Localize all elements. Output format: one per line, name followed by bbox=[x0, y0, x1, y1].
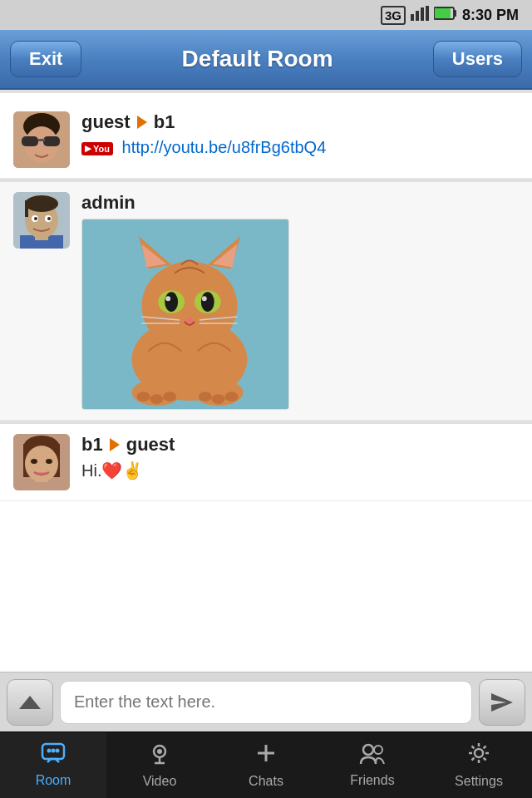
svg-marker-57 bbox=[19, 696, 41, 709]
svg-point-43 bbox=[137, 392, 150, 401]
svg-point-69 bbox=[374, 746, 382, 754]
signal-icon bbox=[411, 6, 429, 25]
video-icon bbox=[148, 741, 171, 771]
svg-point-63 bbox=[157, 749, 162, 754]
friends-icon bbox=[359, 742, 386, 770]
svg-rect-11 bbox=[43, 136, 60, 146]
svg-point-47 bbox=[212, 394, 225, 404]
svg-point-70 bbox=[475, 749, 483, 757]
svg-point-59 bbox=[47, 749, 52, 753]
send-button[interactable] bbox=[479, 679, 525, 726]
svg-point-44 bbox=[150, 394, 163, 404]
svg-point-32 bbox=[165, 292, 178, 312]
avatar-guest bbox=[13, 111, 70, 168]
sender-name: guest bbox=[81, 111, 131, 133]
svg-point-68 bbox=[363, 745, 373, 755]
exit-button[interactable]: Exit bbox=[10, 41, 81, 77]
message-content-b1: b1 guest Hi.❤️✌️ bbox=[81, 434, 519, 480]
svg-rect-12 bbox=[38, 139, 45, 141]
recipient-name: b1 bbox=[154, 111, 175, 133]
header: Exit Default Room Users bbox=[0, 30, 532, 90]
message-row: admin bbox=[0, 182, 532, 421]
nav-chats[interactable]: Chats bbox=[213, 732, 319, 798]
nav-friends-label: Friends bbox=[350, 773, 394, 788]
arrow-icon-b1 bbox=[110, 438, 120, 451]
message-text-b1: Hi.❤️✌️ bbox=[81, 461, 143, 480]
room-title: Default Room bbox=[182, 46, 333, 72]
chat-area[interactable]: guest b1 You http://youtu.be/u8frBg6tbQ4 bbox=[0, 93, 532, 672]
recipient-name-b1: guest bbox=[126, 434, 175, 456]
message-row: b1 guest Hi.❤️✌️ bbox=[0, 424, 532, 501]
nav-video-label: Video bbox=[143, 774, 177, 789]
arrow-icon bbox=[137, 116, 147, 129]
youtube-link[interactable]: http://youtu.be/u8frBg6tbQ4 bbox=[122, 138, 327, 156]
expand-button[interactable] bbox=[7, 679, 53, 726]
message-body: You http://youtu.be/u8frBg6tbQ4 bbox=[81, 138, 519, 157]
text-input[interactable] bbox=[60, 681, 472, 724]
svg-point-17 bbox=[25, 195, 58, 212]
svg-point-46 bbox=[199, 392, 212, 401]
svg-point-56 bbox=[46, 459, 52, 464]
svg-point-55 bbox=[31, 459, 37, 464]
users-button[interactable]: Users bbox=[433, 41, 522, 77]
svg-point-45 bbox=[163, 392, 176, 401]
room-icon bbox=[41, 742, 66, 770]
svg-point-21 bbox=[34, 217, 37, 220]
battery-icon bbox=[434, 7, 457, 24]
nav-settings[interactable]: Settings bbox=[426, 732, 532, 798]
network-icon: 3G bbox=[381, 6, 406, 25]
svg-point-22 bbox=[47, 217, 51, 220]
cat-image bbox=[81, 219, 289, 410]
sender-name-admin: admin bbox=[81, 192, 135, 214]
svg-rect-1 bbox=[416, 11, 419, 21]
svg-rect-10 bbox=[22, 136, 38, 146]
sender-name-b1: b1 bbox=[81, 434, 103, 456]
youtube-icon: You bbox=[81, 142, 113, 155]
nav-chats-label: Chats bbox=[249, 774, 283, 789]
message-content-admin: admin bbox=[81, 192, 519, 410]
message-row: guest b1 You http://youtu.be/u8frBg6tbQ4 bbox=[0, 101, 532, 179]
svg-point-34 bbox=[165, 296, 170, 301]
message-body-b1: Hi.❤️✌️ bbox=[81, 461, 519, 480]
svg-rect-6 bbox=[435, 8, 451, 18]
svg-point-33 bbox=[201, 292, 214, 312]
svg-rect-3 bbox=[426, 6, 429, 21]
avatar-b1 bbox=[13, 434, 70, 490]
avatar-admin bbox=[13, 192, 70, 249]
nav-friends[interactable]: Friends bbox=[319, 732, 426, 798]
bottom-nav: Room Video Chats bbox=[0, 732, 532, 798]
message-content: guest b1 You http://youtu.be/u8frBg6tbQ4 bbox=[81, 111, 519, 157]
svg-point-35 bbox=[202, 296, 207, 301]
message-sender-row: guest b1 bbox=[81, 111, 519, 133]
svg-point-48 bbox=[225, 392, 239, 401]
nav-room[interactable]: Room bbox=[0, 732, 106, 798]
svg-point-60 bbox=[52, 749, 56, 753]
message-sender-admin: admin bbox=[81, 192, 519, 214]
status-bar: 3G 8:30 PM bbox=[0, 0, 532, 30]
svg-point-61 bbox=[56, 749, 60, 753]
nav-settings-label: Settings bbox=[455, 774, 503, 789]
svg-rect-5 bbox=[454, 10, 456, 17]
message-sender-b1: b1 guest bbox=[81, 434, 519, 456]
svg-point-25 bbox=[141, 262, 237, 351]
chats-icon bbox=[254, 741, 278, 771]
svg-rect-0 bbox=[411, 14, 414, 21]
svg-point-54 bbox=[25, 446, 58, 482]
nav-video[interactable]: Video bbox=[106, 732, 213, 798]
settings-icon bbox=[467, 741, 490, 771]
svg-rect-18 bbox=[25, 200, 28, 217]
svg-rect-2 bbox=[421, 7, 424, 21]
input-area bbox=[0, 672, 532, 732]
time-display: 8:30 PM bbox=[462, 7, 519, 24]
nav-room-label: Room bbox=[36, 773, 71, 788]
